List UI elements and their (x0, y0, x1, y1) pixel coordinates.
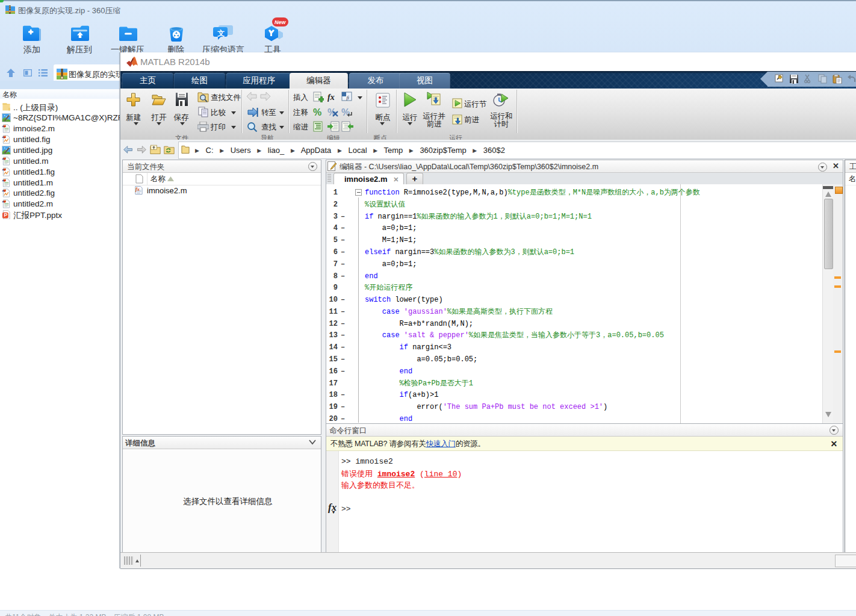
svg-text:fx: fx (327, 93, 335, 102)
svg-text:文: 文 (217, 29, 225, 37)
svg-text:fi: fi (347, 95, 350, 101)
svg-text:%: % (327, 107, 336, 117)
svg-text:%: % (313, 107, 321, 117)
svg-text:fx: fx (135, 186, 140, 192)
svg-text:New: New (274, 19, 287, 25)
